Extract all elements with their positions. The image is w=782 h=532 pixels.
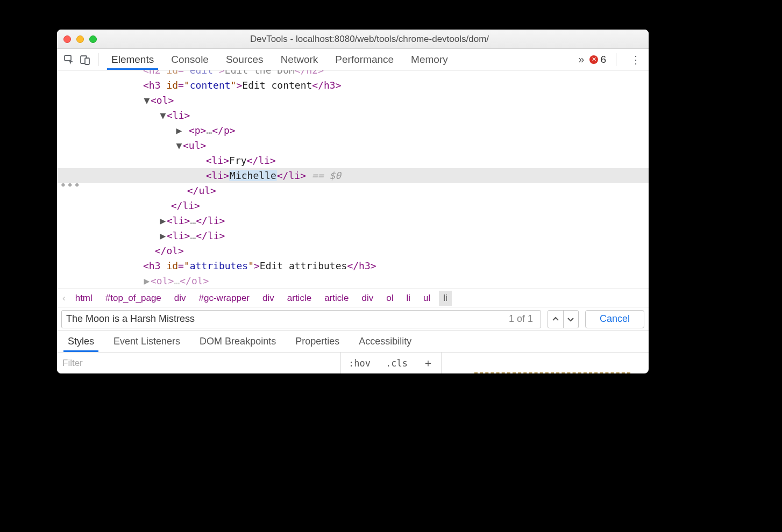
search-cancel-button[interactable]: Cancel — [585, 310, 644, 328]
dom-row[interactable]: <h3 id="attributes">Edit attributes</h3> — [57, 258, 649, 274]
expand-toggle-icon[interactable]: ▶ — [159, 213, 167, 228]
minimize-window-button[interactable] — [76, 35, 84, 43]
dom-breadcrumb: ‹ html #top_of_page div #gc-wrapper div … — [57, 289, 649, 307]
traffic-lights — [63, 35, 97, 43]
settings-menu-icon[interactable]: ⋮ — [626, 53, 645, 66]
breadcrumb-item[interactable]: #gc-wrapper — [195, 291, 254, 306]
titlebar: DevTools - localhost:8080/web/tools/chro… — [57, 30, 649, 49]
new-style-rule-button[interactable]: ＋ — [415, 356, 441, 370]
dom-row[interactable]: </li> — [57, 198, 649, 213]
dom-row[interactable]: ▼<ul> — [57, 138, 649, 153]
styles-filter-input[interactable] — [57, 353, 341, 373]
tab-network[interactable]: Network — [272, 49, 327, 70]
search-bar: 1 of 1 Cancel — [57, 307, 649, 330]
dom-row[interactable]: ▶<li>…</li> — [57, 228, 649, 243]
tab-memory[interactable]: Memory — [402, 49, 457, 70]
expand-toggle-icon[interactable]: ▼ — [175, 138, 183, 153]
breadcrumb-item[interactable]: div — [357, 291, 378, 306]
subtab-event-listeners[interactable]: Event Listeners — [104, 331, 190, 352]
tab-console[interactable]: Console — [162, 49, 217, 70]
device-toggle-icon[interactable] — [80, 54, 90, 65]
hov-toggle-button[interactable]: :hov — [341, 358, 378, 369]
tab-elements[interactable]: Elements — [103, 49, 162, 70]
styles-filter-bar: :hov .cls ＋ — [57, 352, 649, 373]
expand-toggle-icon[interactable]: ▶ — [175, 123, 183, 138]
devtools-window: DevTools - localhost:8080/web/tools/chro… — [57, 30, 649, 373]
chevron-up-icon — [552, 316, 559, 322]
dom-row[interactable]: ▼<ol> — [57, 93, 649, 108]
dom-row[interactable]: <h2 id="edit">Edit the DOM</h2> — [57, 70, 649, 78]
elements-dom-tree[interactable]: ••• <h2 id="edit">Edit the DOM</h2> <h3 … — [57, 70, 649, 289]
cls-toggle-button[interactable]: .cls — [378, 358, 415, 369]
search-input[interactable] — [66, 313, 506, 325]
breadcrumb-item[interactable]: div — [170, 291, 190, 306]
subtab-accessibility[interactable]: Accessibility — [349, 331, 421, 352]
selected-marker: == $0 — [312, 170, 341, 181]
expand-toggle-icon[interactable]: ▼ — [143, 93, 151, 108]
breadcrumb-item[interactable]: ul — [419, 291, 435, 306]
error-icon: ✕ — [589, 55, 598, 64]
search-stepper — [548, 310, 579, 328]
panel-tabs: Elements Console Sources Network Perform… — [103, 49, 457, 70]
row-actions-icon[interactable]: ••• — [60, 178, 81, 193]
breadcrumb-item[interactable]: li — [402, 291, 415, 306]
search-prev-button[interactable] — [548, 311, 563, 328]
svg-rect-2 — [85, 58, 89, 64]
close-window-button[interactable] — [63, 35, 71, 43]
styles-subpanel-tabs: Styles Event Listeners DOM Breakpoints P… — [57, 330, 649, 352]
breadcrumb-item[interactable]: ol — [382, 291, 397, 306]
dom-row[interactable]: <h3 id="content">Edit content</h3> — [57, 78, 649, 93]
error-count-badge[interactable]: ✕ 6 — [589, 54, 606, 66]
dom-row[interactable]: ▶ <p>…</p> — [57, 123, 649, 138]
dom-row[interactable]: ▼<li> — [57, 108, 649, 123]
dom-row[interactable]: ▶<ol>…</ol> — [57, 274, 649, 289]
tab-sources[interactable]: Sources — [217, 49, 272, 70]
search-box[interactable]: 1 of 1 — [61, 310, 541, 328]
dom-row[interactable]: <li>Fry</li> — [57, 153, 649, 168]
dom-row[interactable]: ▶<li>…</li> — [57, 213, 649, 228]
selected-text[interactable]: Michelle — [229, 170, 277, 181]
inline-style-placeholder — [474, 372, 630, 373]
svg-rect-0 — [65, 55, 71, 61]
subtab-styles[interactable]: Styles — [58, 331, 104, 352]
subtab-properties[interactable]: Properties — [286, 331, 349, 352]
breadcrumb-item[interactable]: div — [258, 291, 279, 306]
main-toolbar: Elements Console Sources Network Perform… — [57, 49, 649, 70]
tab-performance[interactable]: Performance — [326, 49, 402, 70]
window-title: DevTools - localhost:8080/web/tools/chro… — [97, 34, 642, 45]
expand-toggle-icon[interactable]: ▼ — [159, 108, 167, 123]
breadcrumb-item[interactable]: article — [283, 291, 316, 306]
breadcrumb-scroll-left-icon[interactable]: ‹ — [61, 291, 67, 306]
breadcrumb-item-selected[interactable]: li — [439, 291, 452, 306]
error-count: 6 — [600, 54, 606, 66]
search-result-count: 1 of 1 — [506, 313, 536, 325]
dom-row[interactable]: </ul> — [57, 183, 649, 198]
breadcrumb-item[interactable]: article — [320, 291, 353, 306]
subtab-dom-breakpoints[interactable]: DOM Breakpoints — [190, 331, 286, 352]
breadcrumb-item[interactable]: html — [71, 291, 97, 306]
chevron-down-icon — [567, 316, 574, 322]
expand-toggle-icon[interactable]: ▶ — [159, 228, 167, 243]
more-tabs-icon[interactable]: » — [578, 53, 584, 66]
breadcrumb-item[interactable]: #top_of_page — [101, 291, 166, 306]
search-next-button[interactable] — [563, 311, 578, 328]
maximize-window-button[interactable] — [89, 35, 97, 43]
dom-row-selected[interactable]: <li>Michelle</li> == $0 — [57, 168, 649, 183]
dom-row[interactable]: </ol> — [57, 243, 649, 258]
inspect-element-icon[interactable] — [63, 54, 74, 65]
